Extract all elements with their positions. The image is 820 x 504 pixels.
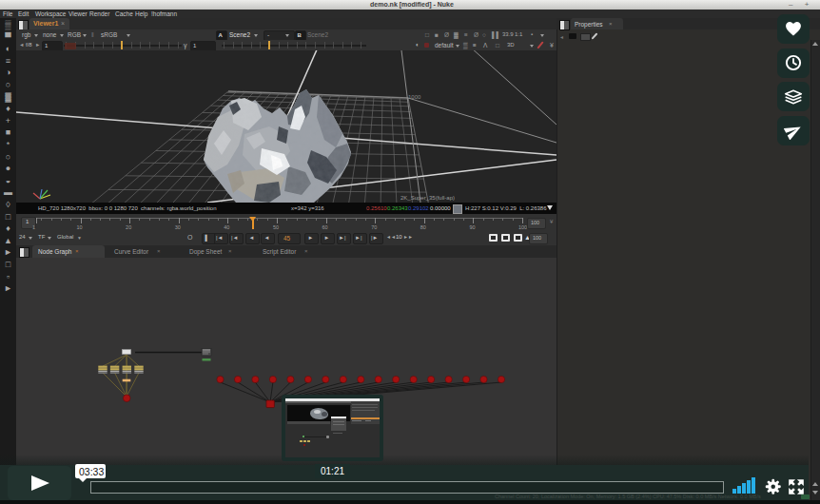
svg-text:2K_Super_35(full-ap): 2K_Super_35(full-ap) xyxy=(400,195,455,201)
svg-text:1000: 1000 xyxy=(408,94,421,100)
